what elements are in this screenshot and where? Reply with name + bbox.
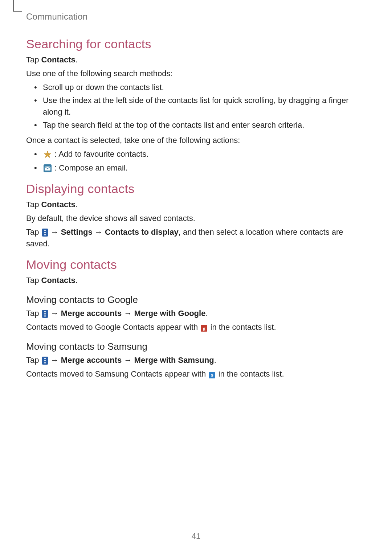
heading-displaying: Displaying contacts [26,182,366,196]
list-item: Tap the search field at the top of the c… [36,119,366,131]
arrow-icon: → [51,354,59,366]
heading-moving: Moving contacts [26,258,366,272]
arrow-icon: → [124,308,132,319]
text-segment: . [75,200,78,209]
page-body: Searching for contacts Tap Contacts. Use… [26,37,366,380]
text-segment: : Add to favourite contacts. [54,149,148,159]
google-badge-icon: g [201,325,207,332]
contacts-label: Contacts [41,200,75,209]
chapter-corner-mark [13,0,22,12]
once-selected-text: Once a contact is selected, take one of … [26,135,366,146]
search-intro-text: Use one of the following search methods: [26,68,366,79]
contact-actions-list: : Add to favourite contacts. : Compose a… [26,148,366,174]
arrow-icon: → [51,308,59,319]
text-segment: Tap [26,227,39,237]
mail-icon [44,164,52,172]
text-segment: Tap [26,200,39,209]
text-segment: . [75,276,78,285]
default-display-text: By default, the device shows all saved c… [26,213,366,224]
google-result-line: Contacts moved to Google Contacts appear… [26,321,366,333]
chapter-label: Communication [26,12,87,22]
menu-icon [42,310,48,318]
text-segment: Contacts moved to Samsung Contacts appea… [26,369,206,378]
text-segment: in the contacts list. [219,369,284,378]
merge-accounts-label: Merge accounts [61,356,122,365]
svg-marker-0 [44,151,51,157]
tap-contacts-line-3: Tap Contacts. [26,275,366,286]
contacts-label: Contacts [41,276,75,285]
text-segment: Contacts moved to Google Contacts appear… [26,323,198,332]
page-number: 41 [0,532,392,541]
list-item: Use the index at the left side of the co… [36,95,366,118]
text-segment: in the contacts list. [211,323,276,332]
contacts-label: Contacts [41,55,75,64]
subheading-samsung: Moving contacts to Samsung [26,341,366,352]
merge-with-google-label: Merge with Google [134,309,206,318]
merge-with-samsung-label: Merge with Samsung [134,356,214,365]
tap-contacts-line-1: Tap Contacts. [26,54,366,66]
samsung-path-line: Tap → Merge accounts → Merge with Samsun… [26,354,366,366]
merge-accounts-label: Merge accounts [61,309,122,318]
search-methods-list: Scroll up or down the contacts list. Use… [26,82,366,131]
arrow-icon: → [51,226,59,238]
page: Communication Searching for contacts Tap… [0,0,392,554]
text-segment: Tap [26,55,39,64]
google-path-line: Tap → Merge accounts → Merge with Google… [26,308,366,319]
text-segment: . [75,55,78,64]
settings-label: Settings [61,227,93,237]
text-segment: Tap [26,309,39,318]
arrow-icon: → [95,226,103,238]
text-segment: Tap [26,356,39,365]
text-segment: . [214,356,216,365]
samsung-result-line: Contacts moved to Samsung Contacts appea… [26,368,366,380]
menu-icon [42,229,48,237]
arrow-icon: → [124,354,132,366]
text-segment: Tap [26,276,39,285]
menu-icon [42,357,48,365]
heading-searching: Searching for contacts [26,37,366,51]
text-segment: . [205,309,208,318]
tap-contacts-line-2: Tap Contacts. [26,199,366,210]
list-item: : Add to favourite contacts. [36,148,366,160]
subheading-google: Moving contacts to Google [26,294,366,305]
list-item: Scroll up or down the contacts list. [36,82,366,93]
text-segment: : Compose an email. [54,163,128,172]
samsung-badge-icon: s [209,372,215,378]
star-icon [44,151,52,159]
display-path-line: Tap → Settings → Contacts to display, an… [26,226,366,250]
contacts-to-display-label: Contacts to display [105,227,179,237]
list-item: : Compose an email. [36,162,366,174]
